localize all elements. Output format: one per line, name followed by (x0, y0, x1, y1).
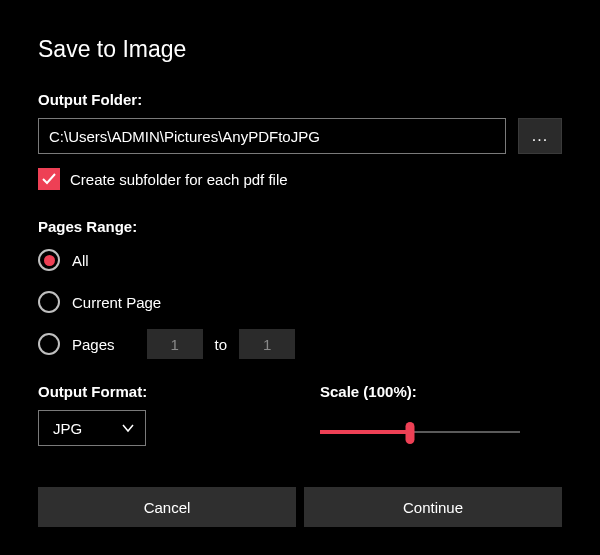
radio-pages[interactable] (38, 333, 60, 355)
radio-row-pages: Pages to (38, 329, 562, 359)
subfolder-checkbox[interactable] (38, 168, 60, 190)
pages-range-group: All Current Page Pages to (38, 245, 562, 359)
dialog-title: Save to Image (38, 36, 562, 63)
pages-from-input[interactable] (147, 329, 203, 359)
radio-current[interactable] (38, 291, 60, 313)
format-scale-row: Output Format: JPG Scale (100%): (38, 383, 562, 446)
pages-to-label: to (215, 336, 228, 353)
pages-inputs: to (147, 329, 296, 359)
radio-all-label: All (72, 252, 89, 269)
scale-label: Scale (100%): (320, 383, 562, 400)
scale-col: Scale (100%): (320, 383, 562, 446)
slider-fill (320, 430, 410, 434)
output-format-col: Output Format: JPG (38, 383, 280, 446)
cancel-button[interactable]: Cancel (38, 487, 296, 527)
output-folder-input[interactable] (38, 118, 506, 154)
continue-button[interactable]: Continue (304, 487, 562, 527)
save-to-image-dialog: Save to Image Output Folder: ... Create … (10, 10, 590, 545)
subfolder-label: Create subfolder for each pdf file (70, 171, 288, 188)
radio-current-label: Current Page (72, 294, 161, 311)
pages-range-label: Pages Range: (38, 218, 562, 235)
pages-to-input[interactable] (239, 329, 295, 359)
output-folder-row: ... (38, 118, 562, 154)
scale-slider[interactable] (320, 422, 520, 442)
radio-row-current: Current Page (38, 287, 562, 317)
browse-button[interactable]: ... (518, 118, 562, 154)
radio-pages-label: Pages (72, 336, 115, 353)
output-folder-label: Output Folder: (38, 91, 562, 108)
radio-all[interactable] (38, 249, 60, 271)
output-format-value: JPG (53, 420, 82, 437)
action-row: Cancel Continue (38, 487, 562, 527)
slider-thumb[interactable] (406, 422, 415, 444)
ellipsis-icon: ... (532, 127, 548, 145)
output-format-label: Output Format: (38, 383, 280, 400)
radio-row-all: All (38, 245, 562, 275)
output-format-select[interactable]: JPG (38, 410, 146, 446)
chevron-down-icon (121, 421, 135, 435)
subfolder-row: Create subfolder for each pdf file (38, 168, 562, 190)
check-icon (41, 171, 57, 187)
